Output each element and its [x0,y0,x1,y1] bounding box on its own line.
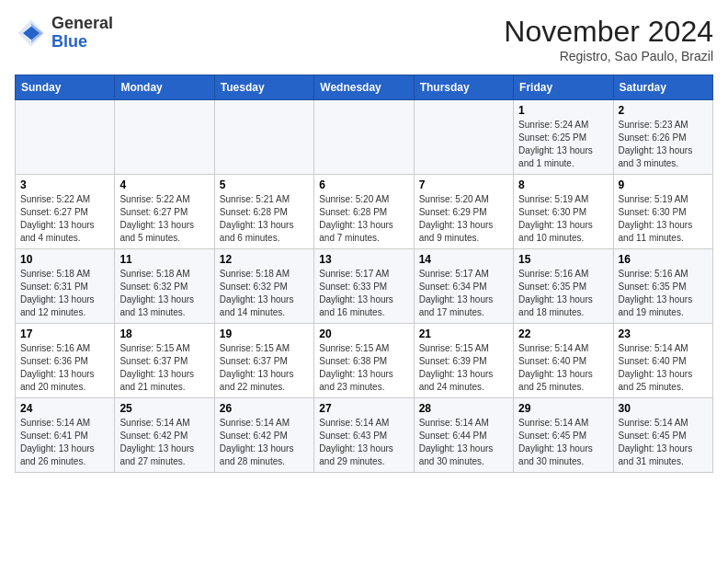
calendar-cell: 8Sunrise: 5:19 AM Sunset: 6:30 PM Daylig… [514,175,613,249]
calendar-cell: 25Sunrise: 5:14 AM Sunset: 6:42 PM Dayli… [115,398,214,473]
day-number: 22 [518,327,608,340]
day-number: 26 [220,402,309,415]
weekday-header-sunday: Sunday [16,75,115,100]
day-number: 18 [119,327,209,340]
weekday-header-tuesday: Tuesday [214,75,313,100]
day-info: Sunrise: 5:14 AM Sunset: 6:40 PM Dayligh… [619,342,708,394]
logo-icon [15,17,48,50]
weekday-header-saturday: Saturday [613,75,712,100]
day-number: 24 [20,402,109,415]
day-number: 25 [119,402,209,415]
calendar-cell [16,100,115,175]
calendar-cell: 21Sunrise: 5:15 AM Sunset: 6:39 PM Dayli… [414,324,513,398]
day-info: Sunrise: 5:14 AM Sunset: 6:41 PM Dayligh… [20,417,109,468]
day-number: 28 [419,402,508,415]
day-number: 4 [119,178,209,191]
day-info: Sunrise: 5:17 AM Sunset: 6:34 PM Dayligh… [419,268,508,319]
day-info: Sunrise: 5:24 AM Sunset: 6:25 PM Dayligh… [518,119,608,170]
calendar-cell: 5Sunrise: 5:21 AM Sunset: 6:28 PM Daylig… [214,175,313,249]
day-info: Sunrise: 5:19 AM Sunset: 6:30 PM Dayligh… [518,193,608,245]
calendar-cell: 1Sunrise: 5:24 AM Sunset: 6:25 PM Daylig… [514,100,613,175]
day-number: 29 [518,402,608,415]
calendar-cell: 7Sunrise: 5:20 AM Sunset: 6:29 PM Daylig… [414,175,513,249]
weekday-header-monday: Monday [115,75,214,100]
calendar-cell: 16Sunrise: 5:16 AM Sunset: 6:35 PM Dayli… [613,249,712,324]
day-number: 9 [619,178,708,191]
day-number: 23 [619,327,708,340]
day-info: Sunrise: 5:17 AM Sunset: 6:33 PM Dayligh… [319,268,408,319]
day-info: Sunrise: 5:21 AM Sunset: 6:28 PM Dayligh… [220,193,309,245]
calendar-cell [414,100,513,175]
day-info: Sunrise: 5:15 AM Sunset: 6:39 PM Dayligh… [419,342,508,394]
day-info: Sunrise: 5:14 AM Sunset: 6:40 PM Dayligh… [518,342,608,394]
calendar-cell: 24Sunrise: 5:14 AM Sunset: 6:41 PM Dayli… [16,398,115,473]
day-number: 2 [619,104,708,117]
location: Registro, Sao Paulo, Brazil [504,49,713,63]
day-number: 6 [319,178,408,191]
weekday-header-friday: Friday [514,75,613,100]
calendar-cell: 10Sunrise: 5:18 AM Sunset: 6:31 PM Dayli… [16,249,115,324]
calendar-cell: 6Sunrise: 5:20 AM Sunset: 6:28 PM Daylig… [314,175,414,249]
calendar-cell: 27Sunrise: 5:14 AM Sunset: 6:43 PM Dayli… [314,398,414,473]
weekday-header-thursday: Thursday [414,75,513,100]
calendar-week-1: 1Sunrise: 5:24 AM Sunset: 6:25 PM Daylig… [16,100,713,175]
day-info: Sunrise: 5:22 AM Sunset: 6:27 PM Dayligh… [119,193,209,245]
day-info: Sunrise: 5:16 AM Sunset: 6:35 PM Dayligh… [518,268,608,319]
day-info: Sunrise: 5:14 AM Sunset: 6:44 PM Dayligh… [419,417,508,468]
month-title: November 2024 [504,15,713,49]
calendar-cell [115,100,214,175]
day-number: 19 [220,327,309,340]
day-number: 7 [419,178,508,191]
day-number: 5 [220,178,309,191]
calendar-cell: 15Sunrise: 5:16 AM Sunset: 6:35 PM Dayli… [514,249,613,324]
day-info: Sunrise: 5:14 AM Sunset: 6:45 PM Dayligh… [619,417,708,468]
calendar-week-5: 24Sunrise: 5:14 AM Sunset: 6:41 PM Dayli… [16,398,713,473]
day-number: 20 [319,327,408,340]
day-number: 3 [20,178,109,191]
calendar-cell: 9Sunrise: 5:19 AM Sunset: 6:30 PM Daylig… [613,175,712,249]
day-number: 13 [319,253,408,266]
calendar-cell [214,100,313,175]
day-info: Sunrise: 5:23 AM Sunset: 6:26 PM Dayligh… [619,119,708,170]
day-info: Sunrise: 5:14 AM Sunset: 6:45 PM Dayligh… [518,417,608,468]
calendar-cell: 30Sunrise: 5:14 AM Sunset: 6:45 PM Dayli… [613,398,712,473]
calendar-cell: 20Sunrise: 5:15 AM Sunset: 6:38 PM Dayli… [314,324,414,398]
calendar-cell: 3Sunrise: 5:22 AM Sunset: 6:27 PM Daylig… [16,175,115,249]
calendar-cell: 23Sunrise: 5:14 AM Sunset: 6:40 PM Dayli… [613,324,712,398]
day-info: Sunrise: 5:22 AM Sunset: 6:27 PM Dayligh… [20,193,109,245]
day-number: 12 [220,253,309,266]
calendar-cell: 14Sunrise: 5:17 AM Sunset: 6:34 PM Dayli… [414,249,513,324]
day-number: 16 [619,253,708,266]
calendar-week-2: 3Sunrise: 5:22 AM Sunset: 6:27 PM Daylig… [16,175,713,249]
day-info: Sunrise: 5:15 AM Sunset: 6:38 PM Dayligh… [319,342,408,394]
day-number: 14 [419,253,508,266]
day-number: 27 [319,402,408,415]
calendar-cell: 11Sunrise: 5:18 AM Sunset: 6:32 PM Dayli… [115,249,214,324]
calendar-cell: 12Sunrise: 5:18 AM Sunset: 6:32 PM Dayli… [214,249,313,324]
calendar-table: SundayMondayTuesdayWednesdayThursdayFrid… [15,75,713,473]
calendar-cell: 13Sunrise: 5:17 AM Sunset: 6:33 PM Dayli… [314,249,414,324]
day-number: 21 [419,327,508,340]
day-info: Sunrise: 5:18 AM Sunset: 6:31 PM Dayligh… [20,268,109,319]
calendar-cell: 4Sunrise: 5:22 AM Sunset: 6:27 PM Daylig… [115,175,214,249]
calendar-cell: 2Sunrise: 5:23 AM Sunset: 6:26 PM Daylig… [613,100,712,175]
weekday-header-wednesday: Wednesday [314,75,414,100]
day-info: Sunrise: 5:20 AM Sunset: 6:28 PM Dayligh… [319,193,408,245]
day-number: 30 [619,402,708,415]
day-info: Sunrise: 5:14 AM Sunset: 6:42 PM Dayligh… [220,417,309,468]
day-info: Sunrise: 5:14 AM Sunset: 6:42 PM Dayligh… [119,417,209,468]
day-info: Sunrise: 5:20 AM Sunset: 6:29 PM Dayligh… [419,193,508,245]
day-info: Sunrise: 5:19 AM Sunset: 6:30 PM Dayligh… [619,193,708,245]
day-info: Sunrise: 5:18 AM Sunset: 6:32 PM Dayligh… [119,268,209,319]
calendar-week-4: 17Sunrise: 5:16 AM Sunset: 6:36 PM Dayli… [16,324,713,398]
logo: General Blue [15,15,113,52]
page-header: General Blue November 2024 Registro, Sao… [15,15,713,63]
day-info: Sunrise: 5:14 AM Sunset: 6:43 PM Dayligh… [319,417,408,468]
calendar-cell: 19Sunrise: 5:15 AM Sunset: 6:37 PM Dayli… [214,324,313,398]
day-info: Sunrise: 5:15 AM Sunset: 6:37 PM Dayligh… [220,342,309,394]
day-number: 10 [20,253,109,266]
day-info: Sunrise: 5:18 AM Sunset: 6:32 PM Dayligh… [220,268,309,319]
title-block: November 2024 Registro, Sao Paulo, Brazi… [504,15,713,63]
calendar-week-3: 10Sunrise: 5:18 AM Sunset: 6:31 PM Dayli… [16,249,713,324]
logo-text: General Blue [51,15,113,52]
